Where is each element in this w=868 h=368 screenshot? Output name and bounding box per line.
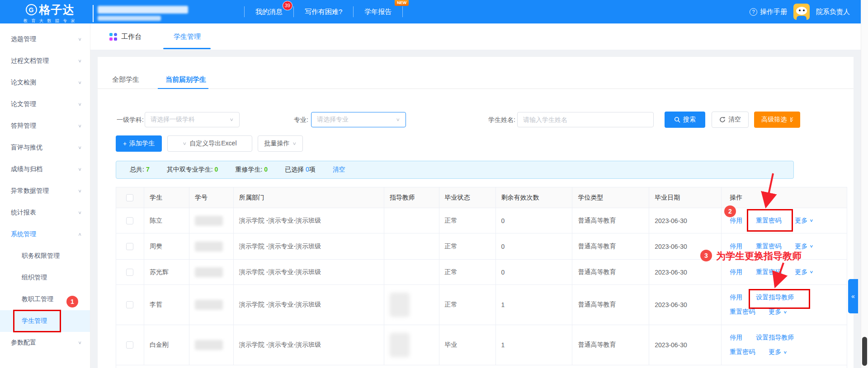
row-checkbox[interactable] xyxy=(126,217,133,224)
search-button[interactable]: 搜索 xyxy=(665,112,705,128)
row-select-cell xyxy=(116,285,144,325)
clear-button[interactable]: 清空 xyxy=(712,112,749,128)
sidebar-item-paper-check[interactable]: 论文检测∨ xyxy=(0,72,90,93)
remaining-checks-cell: 1 xyxy=(496,325,573,365)
student-id-cell xyxy=(189,325,234,365)
header-nav: 我的消息 39 写作有困难? 学年报告 NEW xyxy=(244,0,403,23)
row-checkbox[interactable] xyxy=(126,301,133,308)
graduation-date-cell: 2023-06-30 xyxy=(649,325,722,365)
tab-workspace[interactable]: 工作台 xyxy=(109,23,142,50)
sidebar-collapse-tab[interactable]: « xyxy=(848,279,858,313)
batch-operation-button[interactable]: 批量操作 ∨ xyxy=(258,135,303,152)
app-header: G 格子达 教 育 大 数 据 专 家 我的消息 39 写作有困难? 学年报告 … xyxy=(0,0,861,23)
reset-password-link[interactable]: 重置密码 xyxy=(730,348,755,356)
select-all-checkbox[interactable] xyxy=(126,194,133,201)
advanced-filter-button[interactable]: 高级筛选 ∨∨ xyxy=(754,112,800,128)
student-table: 学生学号所属部门指导教师毕业状态剩余有效次数学位类型毕业日期操作 陈立演示学院 … xyxy=(116,187,847,368)
chevron-down-icon: ∨ xyxy=(78,123,82,128)
sidebar-item-statistics-report[interactable]: 统计报表∨ xyxy=(0,202,90,224)
discipline-select[interactable]: 请选择一级学科 ∨ xyxy=(145,112,240,127)
clear-selection-link[interactable]: 清空 xyxy=(333,166,345,174)
chevron-down-icon: ∨ xyxy=(78,188,82,193)
student-id-redacted xyxy=(195,300,223,310)
message-count-badge: 39 xyxy=(283,1,292,10)
disable-student-link[interactable]: 停用 xyxy=(730,242,742,251)
add-student-button[interactable]: + 添加学生 xyxy=(116,135,162,152)
reset-password-link[interactable]: 重置密码 xyxy=(756,268,781,276)
sidebar-item-organization-management[interactable]: 组织管理 xyxy=(0,267,90,289)
actions-line: 停用设置指导教师 xyxy=(730,334,794,342)
set-advisor-link[interactable]: 设置指导教师 xyxy=(756,293,794,302)
sidebar-item-topic-management[interactable]: 选题管理∨ xyxy=(0,28,90,50)
sidebar-item-system-management[interactable]: 系统管理∧ xyxy=(0,224,90,245)
student-id-redacted xyxy=(195,216,223,226)
scrollbar-thumb[interactable] xyxy=(862,337,867,366)
vertical-scrollbar xyxy=(861,0,868,368)
col-actions: 操作 xyxy=(722,187,847,208)
user-avatar[interactable] xyxy=(793,4,810,20)
reset-password-link[interactable]: 重置密码 xyxy=(756,217,781,225)
row-checkbox[interactable] xyxy=(126,243,133,250)
remaining-checks-cell: 0 xyxy=(496,260,573,284)
student-id-cell xyxy=(189,233,234,259)
more-dropdown-link[interactable]: 更多∨ xyxy=(769,348,787,356)
nav-writing-help[interactable]: 写作有困难? xyxy=(294,8,353,16)
sidebar-item-student-management[interactable]: 学生管理 xyxy=(0,310,90,332)
chevron-down-icon: ∨ xyxy=(230,117,234,122)
sidebar-item-blind-review-recommendation[interactable]: 盲评与推优∨ xyxy=(0,137,90,158)
sidebar-item-label: 系统管理 xyxy=(11,230,36,238)
subtab-all-students[interactable]: 全部学生 xyxy=(112,75,139,84)
user-role-label[interactable]: 院系负责人 xyxy=(816,8,850,16)
sidebar-item-grades-archive[interactable]: 成绩与归档∨ xyxy=(0,158,90,180)
row-checkbox[interactable] xyxy=(126,269,133,276)
set-advisor-link[interactable]: 设置指导教师 xyxy=(756,334,794,342)
sidebar-item-label: 异常数据管理 xyxy=(11,187,49,195)
table-row-partial xyxy=(116,365,847,368)
sidebar-item-label: 成绩与归档 xyxy=(11,165,42,173)
disable-student-link[interactable]: 停用 xyxy=(730,334,742,342)
student-table-row: 苏光辉演示学院 -演示专业-演示班级正常0普通高等教育2023-06-30停用重… xyxy=(116,260,847,285)
student-name-cell: 陈立 xyxy=(144,208,189,233)
subtab-row: 全部学生 当前届别学生 xyxy=(98,57,854,89)
disable-student-link[interactable]: 停用 xyxy=(730,293,742,302)
row-checkbox[interactable] xyxy=(126,341,133,349)
nav-annual-report[interactable]: 学年报告 NEW xyxy=(354,8,402,16)
more-dropdown-link[interactable]: 更多∨ xyxy=(795,268,813,276)
chevron-down-icon: ∨ xyxy=(78,37,82,42)
sidebar-item-process-document-management[interactable]: 过程文档管理∨ xyxy=(0,50,90,72)
chevron-up-icon: ∧ xyxy=(78,232,82,237)
chevron-down-icon: ∨ xyxy=(292,141,297,146)
chevron-down-icon: ∨ xyxy=(810,218,814,223)
major-select[interactable]: 请选择专业 ∨ xyxy=(311,112,406,127)
col-student: 学生 xyxy=(144,187,189,208)
manual-link[interactable]: ? 操作手册 xyxy=(750,8,787,16)
sidebar-item-role-permission-management[interactable]: 职务权限管理 xyxy=(0,245,90,267)
sidebar-item-parameter-config[interactable]: 参数配置∨ xyxy=(0,332,90,354)
disable-student-link[interactable]: 停用 xyxy=(730,268,742,276)
department-cell: 演示学院 -演示专业-演示班级 xyxy=(234,285,384,325)
nav-my-messages[interactable]: 我的消息 39 xyxy=(245,8,293,16)
sidebar-item-label: 组织管理 xyxy=(22,274,47,282)
clear-refresh-icon xyxy=(719,116,726,123)
actions-line: 停用设置指导教师 xyxy=(730,293,794,302)
sidebar-item-paper-management[interactable]: 论文管理∨ xyxy=(0,93,90,115)
sidebar-item-abnormal-data-management[interactable]: 异常数据管理∨ xyxy=(0,180,90,202)
export-excel-button[interactable]: ∨ 自定义导出Excel xyxy=(167,135,252,152)
summary-total: 总共:7 xyxy=(130,166,150,174)
more-dropdown-link[interactable]: 更多∨ xyxy=(769,308,787,316)
sidebar-item-defense-management[interactable]: 答辩管理∨ xyxy=(0,115,90,137)
main-area: 工作台 学生管理 全部学生 当前届别学生 一级学科: 请选择一级学科 ∨ 专业:… xyxy=(90,23,861,368)
student-id-cell xyxy=(189,285,234,325)
degree-type-cell: 普通高等教育 xyxy=(572,325,649,365)
reset-password-link[interactable]: 重置密码 xyxy=(730,308,755,316)
more-dropdown-link[interactable]: 更多∨ xyxy=(795,242,813,251)
graduation-status-cell: 正常 xyxy=(439,260,496,284)
disable-student-link[interactable]: 停用 xyxy=(730,217,742,225)
more-dropdown-link[interactable]: 更多∨ xyxy=(795,217,813,225)
row-select-cell xyxy=(116,325,144,365)
subtab-current-cohort[interactable]: 当前届别学生 xyxy=(165,75,206,84)
tab-student-management[interactable]: 学生管理 xyxy=(174,23,201,50)
reset-password-link[interactable]: 重置密码 xyxy=(756,242,781,251)
degree-type-cell: 普通高等教育 xyxy=(572,260,649,284)
student-name-input[interactable] xyxy=(517,112,654,127)
